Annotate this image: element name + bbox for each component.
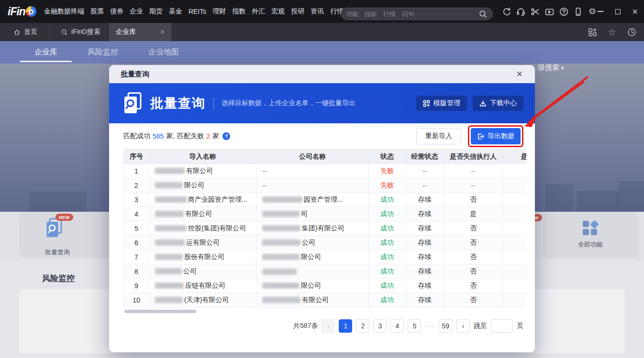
menu-item[interactable]: 外汇 xyxy=(252,7,265,16)
subnav-item[interactable]: 风险监控 xyxy=(88,41,118,64)
subnav-item[interactable]: 企业库 xyxy=(34,41,57,64)
app-window: iFin D 金融数据终端股票债券企业期货基金REITs理财指数外汇宏观投研资讯… xyxy=(0,0,644,358)
logo-text: iFin xyxy=(8,5,25,18)
template-manage-button[interactable]: 模版管理 xyxy=(416,96,467,111)
horizontal-scrollbar xyxy=(123,310,526,313)
menu-item[interactable]: 投研 xyxy=(291,7,304,16)
banner-title: 批量查询 xyxy=(150,95,206,112)
page-button-2[interactable]: 2 xyxy=(356,319,369,333)
enterprise-subnav: 企业库风险监控企业地图 xyxy=(0,41,644,64)
cell-operating-status: 存续 xyxy=(406,293,444,307)
help-circle-icon[interactable] xyxy=(559,7,568,16)
horizontal-scrollbar-thumb[interactable] xyxy=(124,310,196,313)
help-icon[interactable]: ? xyxy=(222,132,230,140)
ifind-logo[interactable]: iFin D xyxy=(8,5,36,18)
cell-extra xyxy=(503,293,527,307)
tab-enterprise-active[interactable]: 企业库 × xyxy=(109,23,171,41)
maximize-button[interactable] xyxy=(614,8,621,15)
page-button-4[interactable]: 4 xyxy=(390,319,404,333)
redacted-text xyxy=(262,239,300,246)
star-icon[interactable]: ☆ xyxy=(607,27,617,37)
cell-status: 成功 xyxy=(369,293,406,307)
column-header: 序号 xyxy=(124,150,149,164)
download-icon xyxy=(479,100,487,107)
column-header: 是否失信执行人 xyxy=(444,150,503,164)
menu-item[interactable]: 基金 xyxy=(169,7,182,16)
cell-dishonest: -- xyxy=(444,178,503,193)
cell-extra xyxy=(503,236,527,250)
menu-item[interactable]: 资讯 xyxy=(311,7,324,16)
page-button-5[interactable]: 5 xyxy=(408,319,421,333)
history-clock-icon[interactable] xyxy=(627,27,636,37)
menu-item[interactable]: 股票 xyxy=(90,7,104,16)
redacted-text xyxy=(155,211,184,217)
page-button-1[interactable]: 1 xyxy=(339,319,352,333)
video-icon[interactable] xyxy=(544,7,554,16)
redacted-text xyxy=(155,168,185,174)
cell-status: 成功 xyxy=(369,264,406,279)
cell-operating-status: -- xyxy=(406,178,444,193)
mobile-icon[interactable] xyxy=(573,7,583,16)
table-row: 9应链有限公司限公司成功存续否 xyxy=(124,279,527,293)
batch-query-icon xyxy=(46,218,63,238)
menu-item[interactable]: 企业 xyxy=(130,7,143,16)
cell-dishonest: 否 xyxy=(444,236,503,250)
tab-enterprise-label: 企业库 xyxy=(116,28,136,36)
advanced-search-link[interactable]: 级搜索 xyxy=(538,63,564,72)
table-row: 8公司成功存续否 xyxy=(124,264,527,279)
redacted-text xyxy=(155,297,183,303)
download-center-button[interactable]: 下载中心 xyxy=(473,96,523,111)
menu-item[interactable]: 期货 xyxy=(149,7,163,16)
search-icon xyxy=(61,29,68,36)
headset-icon[interactable] xyxy=(516,7,525,16)
menu-item[interactable]: 债券 xyxy=(110,7,123,16)
cell-import-name: 应链有限公司 xyxy=(149,279,256,293)
table-row: 2限公司--失败---- xyxy=(124,178,527,193)
search-icon[interactable] xyxy=(478,9,488,19)
apps-grid-icon[interactable] xyxy=(588,27,597,37)
menu-item[interactable]: 指数 xyxy=(232,7,245,16)
prev-page-button[interactable]: ‹ xyxy=(322,319,335,333)
all-features-card[interactable]: 全部功能 xyxy=(543,212,638,258)
table-row: 4有限公司司成功存续是 xyxy=(124,207,527,221)
window-controls: × xyxy=(597,0,638,23)
cell-extra xyxy=(503,264,527,279)
redacted-text xyxy=(155,239,185,246)
minimize-button[interactable] xyxy=(597,8,604,15)
menu-item[interactable]: 理财 xyxy=(212,7,226,16)
new-badge: NEW xyxy=(56,214,73,221)
window-close-button[interactable]: × xyxy=(632,8,638,15)
cell-import-name: 股份有限公司 xyxy=(149,250,256,264)
cell-extra xyxy=(503,207,527,221)
jump-page-input[interactable] xyxy=(491,319,513,333)
scissors-icon[interactable] xyxy=(530,7,540,16)
redacted-text xyxy=(155,282,184,289)
cell-company-name: 限公司 xyxy=(256,250,369,264)
modal-close-icon[interactable]: × xyxy=(516,69,522,79)
cell-extra xyxy=(503,250,527,264)
subnav-item[interactable]: 企业地图 xyxy=(148,41,179,64)
page-button-3[interactable]: 3 xyxy=(373,319,387,333)
cell-company-name: 司 xyxy=(256,207,369,221)
last-page-button[interactable]: 59 xyxy=(438,319,453,333)
table-row: 7股份有限公司限公司成功存续否 xyxy=(124,250,527,264)
cell-import-name: 控股(集团)有限公司 xyxy=(149,221,256,236)
cell-company-name: 公司 xyxy=(256,236,369,250)
menu-item[interactable]: REITs xyxy=(189,8,206,15)
banner-subtitle: 选择目标数据，上传企业名单，一键批量导出 xyxy=(222,99,411,108)
risk-section-heading: 风险监控 xyxy=(42,273,75,284)
tab-close-icon[interactable]: × xyxy=(160,28,165,36)
global-search-input[interactable] xyxy=(346,11,478,18)
next-page-button[interactable]: › xyxy=(456,319,470,333)
menu-item[interactable]: 宏观 xyxy=(271,7,285,16)
menu-item[interactable]: 金融数据终端 xyxy=(44,7,84,16)
export-data-button[interactable]: 导出数据 xyxy=(471,128,521,144)
reimport-button[interactable]: 重新导入 xyxy=(416,128,461,144)
tab-ifind-search[interactable]: iFinD搜索 xyxy=(61,28,100,36)
redacted-text xyxy=(155,225,187,231)
redacted-text xyxy=(155,182,183,188)
global-search-box[interactable] xyxy=(341,8,493,20)
refresh-icon[interactable] xyxy=(501,7,511,16)
redacted-text xyxy=(262,297,300,303)
tab-home[interactable]: 首页 xyxy=(13,28,37,36)
